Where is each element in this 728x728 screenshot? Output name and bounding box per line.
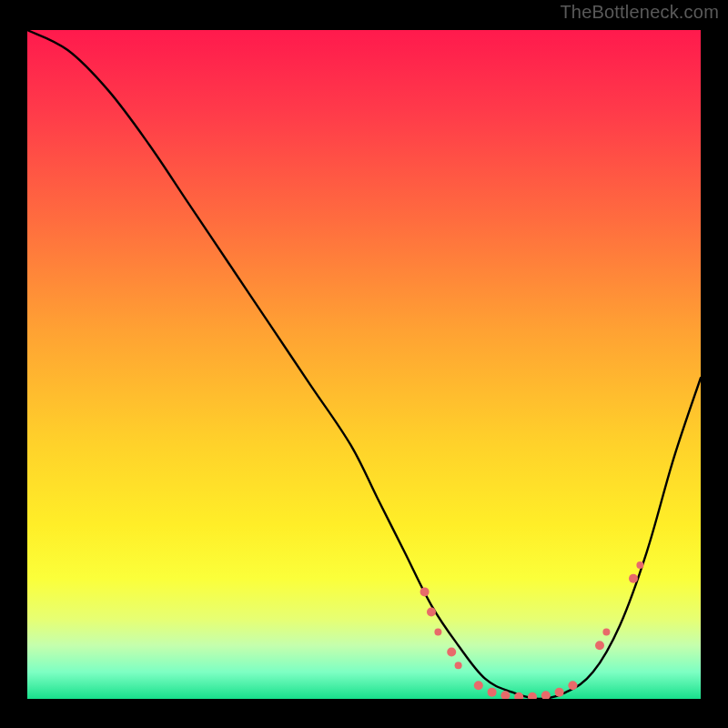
bottleneck-chart: [27, 30, 701, 699]
curve-marker: [500, 691, 510, 699]
bottleneck-curve-line: [27, 30, 701, 699]
curve-marker: [474, 681, 483, 690]
curve-marker: [602, 629, 610, 636]
curve-marker: [636, 561, 643, 569]
curve-marker: [420, 587, 430, 596]
curve-marker: [541, 691, 551, 699]
curve-marker: [528, 693, 537, 699]
marker-group: [420, 561, 644, 699]
curve-marker: [488, 688, 497, 697]
curve-marker: [427, 607, 436, 616]
curve-marker: [595, 641, 604, 650]
curve-marker: [455, 662, 462, 669]
curve-marker: [434, 629, 441, 636]
curve-marker: [447, 648, 456, 657]
curve-marker: [555, 688, 564, 697]
watermark-text: TheBottleneck.com: [560, 2, 719, 23]
curve-marker: [629, 574, 638, 583]
chart-stage: TheBottleneck.com: [0, 0, 728, 728]
curve-marker: [568, 681, 577, 690]
plot-area: [27, 30, 701, 699]
